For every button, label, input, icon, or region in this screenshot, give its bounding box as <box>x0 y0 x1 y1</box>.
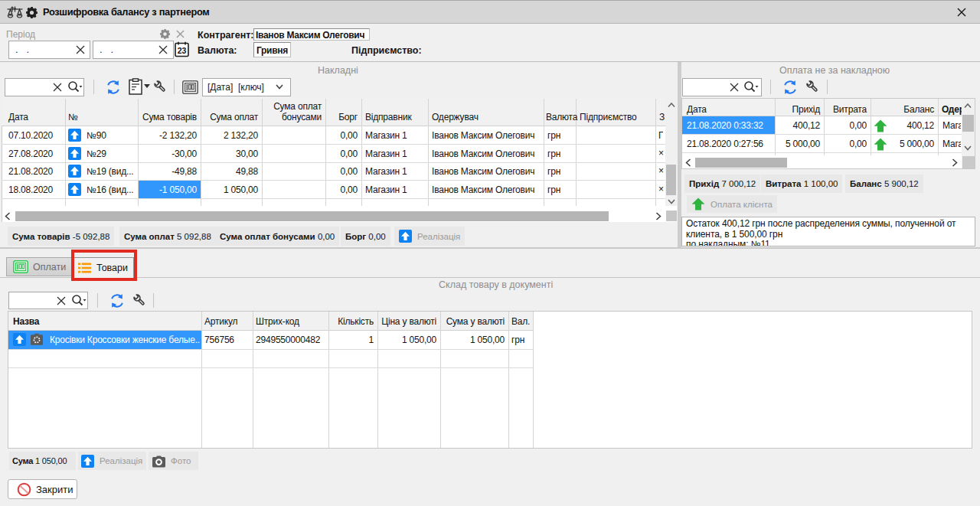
svg-text:23: 23 <box>178 46 187 55</box>
